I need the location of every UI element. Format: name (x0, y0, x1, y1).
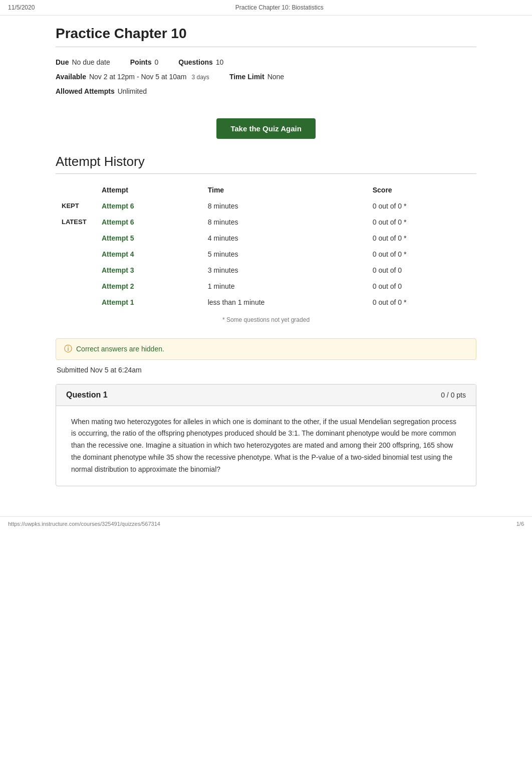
question-1-body: When mating two heterozygotes for allele… (56, 406, 476, 486)
attempt-row-label (56, 262, 96, 278)
attempt-row-label (56, 246, 96, 262)
attempt-row-label (56, 294, 96, 310)
attempt-row-label (56, 230, 96, 246)
attempt-row-label (56, 278, 96, 294)
attempt-row-score: 0 out of 0 * (367, 214, 476, 230)
attempt-row-score: 0 out of 0 * (367, 198, 476, 214)
attempt-row-time: 4 minutes (202, 230, 367, 246)
correct-answers-notice: ⓘ Correct answers are hidden. (56, 338, 476, 360)
attempt-row-time: less than 1 minute (202, 294, 367, 310)
points-label: Points (130, 56, 152, 69)
table-row: Attempt 33 minutes0 out of 0 (56, 262, 476, 278)
attempt-row-attempt[interactable]: Attempt 4 (96, 246, 202, 262)
attempt-row-attempt[interactable]: Attempt 5 (96, 230, 202, 246)
questions-label: Questions (178, 56, 212, 69)
table-row: Attempt 1less than 1 minute0 out of 0 * (56, 294, 476, 310)
attempt-table: Attempt Time Score KEPTAttempt 68 minute… (56, 182, 476, 310)
points-value: 0 (155, 56, 159, 69)
attempt-row-time: 5 minutes (202, 246, 367, 262)
notice-text: Correct answers are hidden. (76, 345, 164, 353)
meta-info: Due No due date Points 0 Questions 10 Av… (56, 56, 476, 98)
question-1-text: When mating two heterozygotes for allele… (71, 416, 461, 476)
attempt-row-time: 8 minutes (202, 214, 367, 230)
table-row: KEPTAttempt 68 minutes0 out of 0 * (56, 198, 476, 214)
due-value: No due date (72, 56, 110, 69)
top-bar-center: Practice Chapter 10: Biostatistics (235, 4, 324, 11)
time-limit-label: Time Limit (229, 71, 264, 83)
available-days: 3 days (192, 72, 209, 83)
attempt-row-label: KEPT (56, 198, 96, 214)
question-1-header: Question 1 0 / 0 pts (56, 384, 476, 406)
attempt-row-attempt[interactable]: Attempt 6 (96, 214, 202, 230)
time-limit-value: None (268, 71, 284, 83)
page-title: Practice Chapter 10 (56, 26, 476, 47)
attempt-row-time: 8 minutes (202, 198, 367, 214)
col-label-empty (56, 182, 96, 198)
attempt-row-score: 0 out of 0 * (367, 294, 476, 310)
attempt-row-time: 1 minute (202, 278, 367, 294)
table-row: Attempt 21 minute0 out of 0 (56, 278, 476, 294)
col-attempt: Attempt (96, 182, 202, 198)
question-1-box: Question 1 0 / 0 pts When mating two het… (56, 384, 476, 486)
attempt-row-attempt[interactable]: Attempt 3 (96, 262, 202, 278)
attempt-row-score: 0 out of 0 (367, 262, 476, 278)
footer-page: 1/6 (516, 521, 524, 527)
questions-value: 10 (216, 56, 224, 69)
attempt-row-attempt[interactable]: Attempt 1 (96, 294, 202, 310)
allowed-attempts-label: Allowed Attempts (56, 85, 115, 98)
attempt-row-attempt[interactable]: Attempt 2 (96, 278, 202, 294)
question-1-title: Question 1 (66, 391, 108, 400)
table-row: Attempt 45 minutes0 out of 0 * (56, 246, 476, 262)
attempt-row-score: 0 out of 0 * (367, 230, 476, 246)
col-score: Score (367, 182, 476, 198)
take-quiz-button[interactable]: Take the Quiz Again (216, 118, 316, 139)
top-bar-date: 11/5/2020 (8, 4, 35, 11)
attempt-row-score: 0 out of 0 * (367, 246, 476, 262)
table-row: Attempt 54 minutes0 out of 0 * (56, 230, 476, 246)
attempt-row-score: 0 out of 0 (367, 278, 476, 294)
table-row: LATESTAttempt 68 minutes0 out of 0 * (56, 214, 476, 230)
available-label: Available (56, 71, 86, 83)
due-label: Due (56, 56, 69, 69)
col-time: Time (202, 182, 367, 198)
notice-icon: ⓘ (64, 344, 72, 354)
allowed-attempts-value: Unlimited (118, 85, 147, 98)
footnote: * Some questions not yet graded (56, 316, 476, 323)
attempt-row-attempt[interactable]: Attempt 6 (96, 198, 202, 214)
attempt-history-title: Attempt History (56, 154, 476, 174)
footer-url: https://uwpks.instructure.com/courses/32… (8, 521, 160, 527)
submitted-text: Submitted Nov 5 at 6:24am (56, 366, 476, 374)
question-1-points: 0 / 0 pts (441, 391, 466, 399)
attempt-row-label: LATEST (56, 214, 96, 230)
available-value: Nov 2 at 12pm - Nov 5 at 10am (89, 71, 187, 83)
attempt-row-time: 3 minutes (202, 262, 367, 278)
